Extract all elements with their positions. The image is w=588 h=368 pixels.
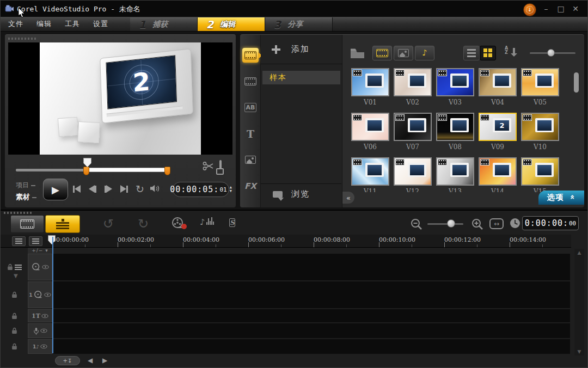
media-thumbnail[interactable]: [521, 68, 559, 96]
record-capture-icon[interactable]: [170, 217, 189, 231]
timeline-timecode[interactable]: 0:00:00:00: [522, 216, 579, 230]
media-thumbnail[interactable]: [394, 113, 432, 141]
eye-icon[interactable]: [44, 292, 51, 297]
media-thumbnail[interactable]: [436, 157, 474, 186]
ripple-edit-icon[interactable]: [15, 265, 22, 270]
media-thumbnail[interactable]: [436, 68, 474, 96]
music-track[interactable]: [53, 339, 570, 354]
media-thumbnail[interactable]: 2: [479, 113, 517, 141]
scroll-right-icon[interactable]: ▶: [102, 357, 107, 364]
collapse-nav-button[interactable]: «: [342, 192, 354, 204]
track-manager-icon[interactable]: [12, 236, 26, 246]
music-track-header[interactable]: 1♪: [28, 339, 52, 354]
project-mode-label[interactable]: 项目: [16, 181, 44, 190]
split-clip-icon[interactable]: [202, 161, 214, 171]
video-track[interactable]: [53, 254, 570, 280]
lock-icon[interactable]: [11, 291, 17, 298]
media-thumbnail-cell[interactable]: V08: [434, 113, 476, 157]
media-thumbnail[interactable]: [351, 68, 389, 96]
lock-icon[interactable]: [11, 343, 17, 350]
category-instant-project-icon[interactable]: [242, 74, 259, 89]
scrubber-playhead[interactable]: [83, 158, 91, 167]
timeline-zoom-slider[interactable]: [427, 218, 463, 229]
media-thumbnail-cell[interactable]: V03: [434, 68, 476, 113]
eye-icon[interactable]: [42, 265, 49, 269]
media-thumbnail[interactable]: [351, 157, 389, 186]
media-thumbnail-cell[interactable]: V06: [349, 113, 391, 157]
media-thumbnail-cell[interactable]: V10: [519, 113, 561, 157]
gallery-scrollbar[interactable]: [574, 72, 579, 93]
filter-audio-button[interactable]: ♪: [415, 46, 434, 60]
slider-knob[interactable]: [447, 219, 455, 228]
next-frame-button[interactable]: [103, 183, 114, 195]
media-thumbnail-cell[interactable]: V12: [391, 157, 434, 192]
overlay-track-header[interactable]: 1: [28, 281, 52, 308]
fit-project-icon[interactable]: ↔: [489, 218, 504, 229]
scroll-down-icon[interactable]: ▼: [574, 349, 584, 354]
step-share[interactable]: 3 分享: [265, 17, 333, 31]
eye-icon[interactable]: [40, 328, 47, 333]
lock-icon[interactable]: [11, 312, 17, 320]
close-button[interactable]: ✕: [570, 4, 581, 14]
zoom-out-icon[interactable]: [410, 218, 423, 230]
filter-video-button[interactable]: [372, 46, 392, 60]
eye-icon[interactable]: [41, 314, 48, 318]
media-thumbnail[interactable]: [436, 113, 474, 141]
category-title-icon[interactable]: T: [242, 126, 259, 141]
storyboard-view-button[interactable]: [10, 215, 44, 233]
redo-button[interactable]: ↻: [138, 216, 149, 231]
media-thumbnail-cell[interactable]: V15: [519, 157, 561, 192]
step-edit[interactable]: 2 编辑: [198, 17, 265, 31]
media-thumbnail-cell[interactable]: V14: [476, 157, 519, 192]
home-button[interactable]: [71, 183, 82, 195]
end-button[interactable]: [119, 183, 130, 195]
trim-handle-end[interactable]: [164, 167, 170, 175]
clip-mode-label[interactable]: 素材: [16, 192, 44, 202]
media-thumbnail[interactable]: [479, 68, 517, 96]
menu-file[interactable]: 文件: [8, 19, 23, 29]
auto-music-icon[interactable]: S: [229, 217, 235, 227]
media-thumbnail-cell[interactable]: V11: [349, 157, 391, 192]
previous-frame-button[interactable]: [87, 183, 98, 195]
eye-icon[interactable]: [40, 344, 47, 349]
menu-settings[interactable]: 设置: [93, 19, 108, 29]
category-transition-icon[interactable]: AB: [242, 100, 259, 115]
trim-range[interactable]: [87, 168, 167, 172]
media-thumbnail[interactable]: [479, 157, 517, 186]
media-thumbnail-cell[interactable]: 2 V09: [476, 113, 519, 157]
timeline-vertical-scrollbar[interactable]: ▲ ▼: [574, 249, 584, 355]
maximize-button[interactable]: □: [555, 4, 566, 14]
duration-clock-icon[interactable]: [509, 217, 521, 229]
media-thumbnail[interactable]: [521, 113, 559, 141]
media-thumbnail-cell[interactable]: V02: [391, 68, 434, 113]
timeline-ruler[interactable]: 00:00:00:0000:00:02:0000:00:04:0000:00:0…: [1, 235, 571, 248]
category-graphic-icon[interactable]: [242, 152, 259, 167]
media-thumbnail[interactable]: [394, 157, 432, 186]
media-thumbnail[interactable]: [521, 157, 559, 186]
play-button[interactable]: ▶: [43, 179, 68, 200]
add-folder-button[interactable]: 添加: [261, 35, 342, 64]
scroll-left-icon[interactable]: ◀: [88, 357, 93, 364]
sort-button[interactable]: AZ: [504, 46, 518, 60]
media-thumbnail-cell[interactable]: V07: [391, 113, 434, 157]
lock-icon[interactable]: [7, 263, 13, 271]
add-remove-track-button[interactable]: +/− ▾: [28, 248, 52, 254]
undo-button[interactable]: ↺: [103, 216, 114, 231]
media-thumbnail-cell[interactable]: V04: [476, 68, 519, 113]
enlarge-preview-icon[interactable]: [219, 161, 222, 171]
step-capture[interactable]: 1 捕获: [130, 17, 198, 31]
track-list-icon[interactable]: [29, 236, 42, 246]
voice-track[interactable]: [53, 323, 570, 338]
sound-mixer-icon[interactable]: ♪: [200, 217, 214, 227]
volume-button[interactable]: [150, 183, 161, 195]
zoom-in-icon[interactable]: [471, 218, 484, 230]
overlay-track[interactable]: [53, 281, 570, 308]
minimize-button[interactable]: –: [541, 4, 552, 14]
media-thumbnail-cell[interactable]: V05: [519, 68, 561, 113]
thumbnail-view-button[interactable]: [480, 46, 496, 60]
media-thumbnail[interactable]: [394, 68, 432, 96]
trim-handle-start[interactable]: [83, 167, 89, 175]
lock-icon[interactable]: [11, 327, 17, 334]
menu-edit[interactable]: 编辑: [36, 19, 52, 29]
slider-knob[interactable]: [547, 49, 555, 57]
